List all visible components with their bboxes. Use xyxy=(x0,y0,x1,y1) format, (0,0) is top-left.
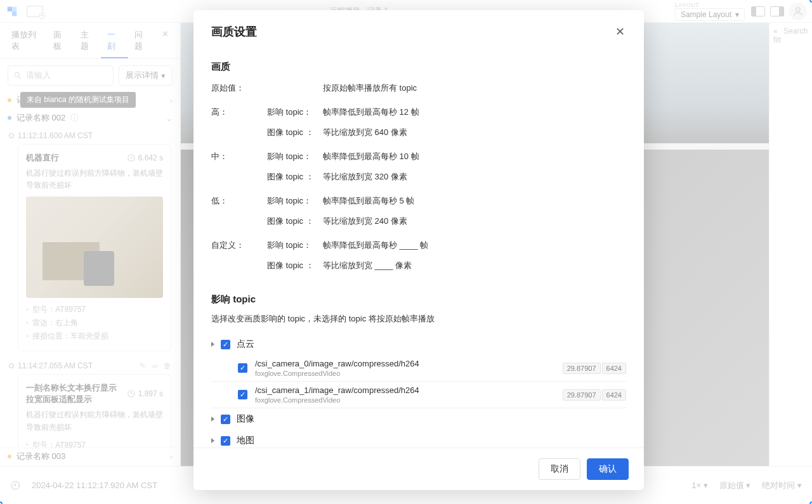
group-checkbox[interactable] xyxy=(221,415,230,424)
topic-type: foxglove.CompressedVideo xyxy=(255,370,555,377)
quality-table: 原始值：按原始帧率播放所有 topic高：影响 topic：帧率降低到最高每秒 … xyxy=(211,81,626,282)
topic-group[interactable]: 地图 xyxy=(211,430,626,448)
group-checkbox[interactable] xyxy=(221,436,230,446)
quality-settings-modal: 画质设置 ✕ 画质 原始值：按原始帧率播放所有 topic高：影响 topic：… xyxy=(193,10,644,490)
topic-item[interactable]: /csi_camera_1/image_raw/compressed/h264f… xyxy=(211,382,626,408)
topic-checkbox[interactable] xyxy=(238,363,247,373)
section-topics-desc: 选择改变画质影响的 topic，未选择的 topic 将按原始帧率播放 xyxy=(211,313,626,325)
group-label: 图像 xyxy=(237,413,254,425)
modal-body: 画质 原始值：按原始帧率播放所有 topic高：影响 topic：帧率降低到最高… xyxy=(193,44,644,448)
topic-type: foxglove.CompressedVideo xyxy=(255,396,555,404)
group-label: 点云 xyxy=(237,339,254,350)
modal-title: 画质设置 xyxy=(211,24,257,39)
topic-stats: 29.879076424 xyxy=(563,389,626,401)
topic-path: /csi_camera_0/image_raw/compressed/h264 xyxy=(255,359,555,368)
caret-icon xyxy=(211,417,214,422)
topic-item[interactable]: /csi_camera_0/image_raw/compressed/h264f… xyxy=(211,355,626,382)
group-label: 地图 xyxy=(237,435,254,446)
close-icon[interactable]: ✕ xyxy=(613,25,626,38)
selection-handle xyxy=(809,501,812,504)
topic-checkbox[interactable] xyxy=(238,390,247,399)
cancel-button[interactable]: 取消 xyxy=(539,458,580,480)
caret-icon xyxy=(211,342,214,347)
topic-group[interactable]: 点云 xyxy=(211,333,626,355)
caret-icon xyxy=(211,438,214,443)
confirm-button[interactable]: 确认 xyxy=(587,458,629,480)
section-topics-title: 影响 topic xyxy=(211,294,626,306)
modal-footer: 取消 确认 xyxy=(193,448,644,490)
topic-stats: 29.879076424 xyxy=(563,363,626,374)
topic-group[interactable]: 图像 xyxy=(211,408,626,430)
topic-path: /csi_camera_1/image_raw/compressed/h264 xyxy=(255,385,555,395)
section-quality-title: 画质 xyxy=(211,61,626,73)
group-checkbox[interactable] xyxy=(221,340,230,349)
